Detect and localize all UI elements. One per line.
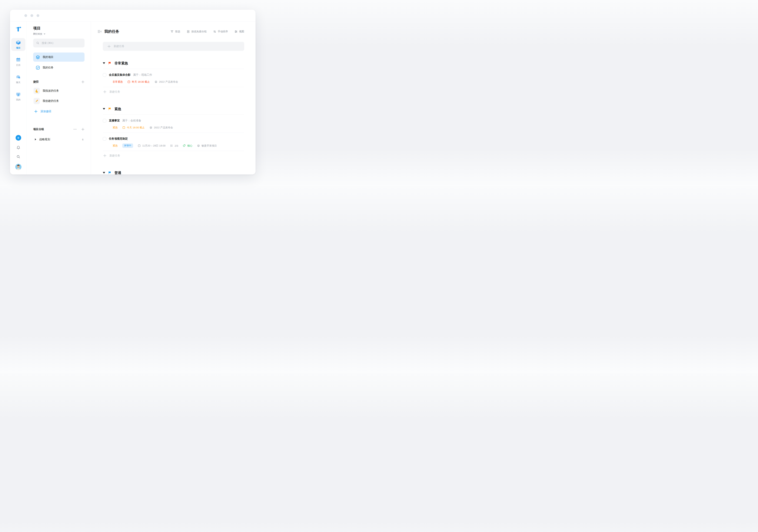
add-project-group-plus-icon[interactable] — [81, 128, 85, 131]
task-list: 新建任务 非常紧急 — [103, 42, 244, 174]
add-shortcut-plus-icon[interactable] — [81, 80, 85, 84]
global-search-icon[interactable] — [16, 155, 20, 159]
sidebar-search-input[interactable]: 搜索 (⌘K) — [33, 39, 85, 48]
org-switcher[interactable]: 网钉科技 — [33, 32, 85, 36]
tag-icon — [183, 144, 186, 147]
calendar-icon — [138, 144, 141, 147]
subtask-list-icon — [170, 144, 173, 147]
rail-item-projects[interactable]: 项目 — [11, 38, 25, 51]
profile-monitor-icon — [16, 91, 21, 97]
rail-item-chat[interactable]: 聊天 — [11, 73, 25, 86]
new-task-placeholder: 新建任务 — [114, 45, 124, 48]
stack-icon — [149, 126, 153, 129]
rail-item-label: 聊天 — [16, 81, 20, 84]
group-header-normal[interactable]: 普通 — [103, 170, 244, 174]
subtask-count: 2/3 — [175, 144, 178, 147]
calendar-icon — [122, 126, 125, 129]
add-task-label: 新建任务 — [109, 90, 120, 94]
group-name: 紧急 — [115, 107, 121, 111]
filter-button[interactable]: 筛选 — [170, 30, 180, 33]
task-title: 会后嘉宾集体合影 — [109, 73, 130, 77]
project-group-row[interactable]: 战略规划 6 — [33, 134, 85, 144]
create-new-button[interactable] — [16, 135, 21, 141]
priority-label: 紧急 — [113, 126, 118, 129]
plus-icon — [34, 110, 38, 113]
search-icon — [36, 41, 40, 45]
shortcut-assigned-tasks[interactable]: 我指派的任务 — [33, 86, 85, 95]
task-row[interactable]: 直播事宜 属于：会前准备 紧急 今天 18:00 截止 — [103, 115, 244, 133]
collapse-caret-icon[interactable] — [103, 62, 105, 64]
subtask-progress: 2/3 — [170, 144, 178, 147]
group-by-button[interactable]: 按优先级分组 — [187, 30, 207, 33]
task-check-icon — [36, 65, 40, 70]
date-range: 11月20 – 28日 18:00 — [138, 144, 165, 147]
sidebar-title: 项目 — [33, 26, 85, 31]
group-header-urgent[interactable]: 紧急 — [103, 106, 244, 112]
chat-bubbles-icon — [16, 74, 21, 80]
sidebar: 项目 网钉科技 搜索 (⌘K) — [27, 21, 91, 174]
notifications-bell-icon[interactable] — [16, 146, 20, 150]
collapse-caret-icon[interactable] — [103, 108, 105, 110]
muscle-emoji-icon — [34, 88, 40, 94]
view-button[interactable]: 视图 — [234, 30, 244, 33]
shortcuts-section-header: 捷径 — [33, 79, 85, 84]
traffic-light-zoom[interactable] — [37, 14, 39, 17]
rail-bottom — [15, 135, 21, 170]
rail-item-mine[interactable]: 我的 — [11, 90, 25, 103]
sidebar-item-my-tasks[interactable]: 我的任务 — [33, 63, 85, 72]
task-checkbox[interactable] — [103, 119, 106, 123]
shortcut-created-tasks[interactable]: 我创建的任务 — [33, 96, 85, 106]
window-titlebar — [10, 10, 256, 21]
traffic-light-minimize[interactable] — [30, 14, 33, 17]
calendar-app-icon — [16, 57, 21, 62]
task-checkbox[interactable] — [103, 73, 106, 77]
collapse-sidebar-icon[interactable] — [97, 29, 102, 34]
plus-icon — [103, 154, 107, 157]
chevron-down-icon — [44, 34, 45, 35]
group-header-very-urgent[interactable]: 非常紧急 — [103, 60, 244, 66]
project-ref: 2022 产品发布会 — [149, 126, 173, 129]
add-task-label: 新建任务 — [109, 154, 120, 158]
add-task-row[interactable]: 新建任务 — [103, 87, 244, 96]
group-name: 普通 — [115, 170, 121, 175]
tool-label: 按优先级分组 — [191, 30, 207, 33]
group-name: 非常紧急 — [115, 61, 128, 65]
main-panel: 我的任务 筛选 — [91, 21, 256, 174]
stack-icon — [197, 144, 200, 147]
more-ellipsis-icon[interactable] — [73, 127, 77, 131]
task-row[interactable]: 会后嘉宾集体合影 属于：现场工作 非常紧急 昨天 18:30 截止 — [103, 69, 244, 87]
funnel-icon — [170, 30, 174, 33]
main-header: 我的任务 筛选 — [97, 28, 244, 35]
project-name: 2022 产品发布会 — [154, 126, 173, 129]
org-name: 网钉科技 — [33, 32, 42, 36]
add-shortcut-label: 添加捷径 — [41, 110, 51, 113]
rail-item-label: 项目 — [16, 47, 20, 50]
task-checkbox[interactable] — [103, 137, 106, 141]
add-task-row[interactable]: 新建任务 — [103, 151, 244, 160]
tool-label: 筛选 — [175, 30, 180, 33]
sidebar-item-my-projects[interactable]: 我的项目 — [33, 53, 85, 62]
tool-label: 视图 — [239, 30, 244, 33]
rail-item-label: 我的 — [16, 98, 20, 101]
add-shortcut-link[interactable]: 添加捷径 — [33, 107, 85, 116]
traffic-light-close[interactable] — [24, 14, 27, 17]
due-text: 今天 18:00 截止 — [127, 126, 145, 129]
manual-sort-button[interactable]: 手动排序 — [213, 30, 228, 33]
pencil-emoji-icon — [34, 98, 40, 104]
expand-right-icon[interactable] — [35, 138, 36, 140]
user-avatar[interactable] — [15, 164, 21, 170]
sidebar-menu: 我的项目 我的任务 — [33, 53, 85, 72]
task-title: 直播事宜 — [109, 119, 120, 123]
collapse-caret-icon[interactable] — [103, 172, 105, 174]
due-date: 今天 18:00 截止 — [122, 126, 145, 129]
date-range-text: 11月20 – 28日 18:00 — [142, 144, 165, 147]
flag-icon — [108, 107, 112, 111]
project-ref: 敏捷开发项目 — [197, 144, 217, 147]
task-row[interactable]: 任务项规范制定 紧急 评审中 11月20 – 28日 18:00 — [103, 133, 244, 151]
tag-label: 核心 — [187, 144, 192, 147]
group-by-icon — [187, 30, 190, 33]
project-group-count: 6 — [82, 138, 84, 141]
new-task-input[interactable]: 新建任务 — [103, 42, 244, 51]
plus-icon — [107, 45, 111, 48]
rail-item-calendar[interactable]: 日历 — [11, 55, 25, 68]
